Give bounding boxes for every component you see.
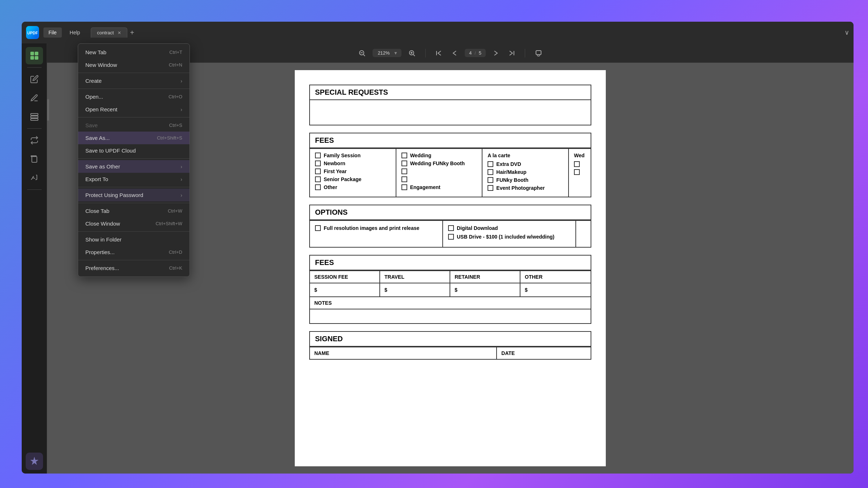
comment-button[interactable] [532, 48, 545, 58]
checkbox[interactable] [574, 161, 580, 167]
last-page-button[interactable] [506, 49, 518, 57]
menu-item-save-shortcut: Ctrl+S [169, 123, 182, 128]
menu-separator-6 [78, 203, 190, 203]
options-col-1: Full resolution images and print release [310, 221, 443, 247]
fees-grid: Family Session Newborn First Year Senior… [309, 148, 591, 197]
checkbox[interactable] [401, 176, 407, 182]
checkbox[interactable] [315, 160, 321, 166]
contract-tab[interactable]: contract ✕ [91, 27, 127, 38]
expand-button[interactable]: ∨ [844, 29, 849, 37]
menu-item-save-as-other[interactable]: Save as Other › [78, 160, 190, 173]
checkbox[interactable] [401, 168, 407, 174]
svg-rect-4 [30, 56, 34, 60]
scroll-handle[interactable] [47, 99, 49, 121]
next-page-button[interactable] [490, 49, 502, 57]
menu-item-create[interactable]: Create › [78, 74, 190, 87]
checkbox[interactable] [315, 225, 321, 231]
fees-item: Event Photographer [488, 185, 563, 191]
checkbox[interactable] [448, 234, 454, 240]
sidebar-item-ai[interactable] [26, 453, 43, 470]
fees2-notes-content [309, 309, 591, 324]
checkbox[interactable] [315, 168, 321, 174]
svg-line-12 [363, 55, 365, 56]
menu-separator-2 [78, 89, 190, 89]
sidebar-item-sign[interactable] [26, 169, 43, 187]
menu-item-protect-password[interactable]: Protect Using Password › [78, 189, 190, 201]
menu-item-open-recent[interactable]: Open Recent › [78, 103, 190, 116]
checkbox[interactable] [315, 176, 321, 182]
options-col-3 [576, 221, 591, 247]
fees-item [574, 161, 586, 167]
checkbox[interactable] [315, 153, 321, 158]
checkbox[interactable] [488, 169, 493, 175]
toolbar-divider-2 [525, 49, 525, 57]
zoom-out-button[interactable] [356, 48, 368, 58]
checkbox[interactable] [315, 184, 321, 190]
menu-item-save-as-other-label: Save as Other [85, 163, 120, 170]
sidebar-item-pages[interactable] [26, 150, 43, 168]
menu-item-create-label: Create [85, 78, 102, 84]
menu-item-save-as-label: Save As... [85, 135, 110, 141]
svg-text:UPDF: UPDF [27, 31, 38, 35]
menu-item-open-shortcut: Ctrl+O [169, 94, 182, 99]
checkbox[interactable] [488, 177, 493, 183]
menu-item-save-as[interactable]: Save As... Ctrl+Shift+S [78, 132, 190, 144]
first-page-button[interactable] [433, 49, 444, 57]
menu-item-close-window[interactable]: Close Window Ctrl+Shift+W [78, 217, 190, 230]
new-tab-button[interactable]: + [127, 29, 137, 37]
menu-item-save-to-cloud[interactable]: Save to UPDF Cloud [78, 144, 190, 157]
menu-item-export-to-arrow: › [180, 176, 182, 182]
checkbox[interactable] [401, 184, 407, 190]
menu-item-show-in-folder[interactable]: Show in Folder [78, 233, 190, 246]
checkbox[interactable] [448, 225, 454, 231]
sidebar-item-view[interactable] [26, 47, 43, 64]
zoom-dropdown-arrow[interactable]: ▼ [393, 51, 398, 56]
menu-item-new-tab[interactable]: New Tab Ctrl+T [78, 46, 190, 59]
sidebar-item-organize[interactable] [26, 108, 43, 125]
checkbox[interactable] [401, 153, 407, 158]
fees2-header-session: SESSION FEE [310, 271, 380, 283]
help-menu-button[interactable]: Help [65, 27, 85, 38]
wedding-funky-booth-label: Wedding FUNky Booth [410, 160, 465, 166]
menu-item-properties[interactable]: Properties... Ctrl+D [78, 246, 190, 258]
fees2-header-retainer: RETAINER [450, 271, 520, 283]
menu-item-new-window[interactable]: New Window Ctrl+N [78, 59, 190, 71]
fees-item: Hair/Makeup [488, 169, 563, 175]
menu-item-preferences-shortcut: Ctrl+K [169, 265, 182, 271]
menu-item-new-window-shortcut: Ctrl+N [169, 62, 182, 68]
fees-item: First Year [315, 168, 391, 174]
menu-item-save-as-shortcut: Ctrl+Shift+S [157, 135, 182, 141]
prev-page-button[interactable] [449, 49, 460, 57]
menu-item-close-window-shortcut: Ctrl+Shift+W [156, 221, 182, 226]
fees2-header: SESSION FEE TRAVEL RETAINER OTHER [309, 270, 591, 283]
page-total: 5 [479, 50, 481, 56]
sidebar-item-convert[interactable] [26, 132, 43, 149]
svg-rect-7 [31, 116, 38, 118]
menu-item-close-tab-label: Close Tab [85, 208, 109, 214]
menu-item-save-as-other-arrow: › [180, 164, 182, 170]
svg-rect-19 [536, 51, 541, 55]
menu-item-preferences[interactable]: Preferences... Ctrl+K [78, 262, 190, 274]
sidebar-item-annotate[interactable] [26, 89, 43, 107]
menu-item-open[interactable]: Open... Ctrl+O [78, 90, 190, 103]
checkbox[interactable] [574, 169, 580, 175]
toolbar-divider-1 [425, 49, 426, 57]
checkbox[interactable] [401, 160, 407, 166]
svg-rect-5 [35, 56, 38, 60]
updf-logo: UPDF [26, 26, 39, 39]
sidebar-item-edit[interactable] [26, 70, 43, 88]
file-menu-button[interactable]: File [43, 27, 62, 38]
zoom-in-button[interactable] [406, 48, 418, 58]
svg-rect-8 [31, 119, 38, 120]
tab-close-button[interactable]: ✕ [118, 30, 121, 35]
menu-item-close-tab[interactable]: Close Tab Ctrl+W [78, 205, 190, 217]
options-section: OPTIONS Full resolution images and print… [309, 205, 591, 248]
checkbox[interactable] [488, 161, 493, 167]
menu-item-protect-password-label: Protect Using Password [85, 192, 143, 198]
menu-separator-7 [78, 231, 190, 232]
menu-item-save-to-cloud-label: Save to UPDF Cloud [85, 147, 136, 154]
checkbox[interactable] [488, 185, 493, 191]
menu-separator-1 [78, 73, 190, 73]
a-la-carte-header: A la carte [488, 153, 563, 158]
menu-item-export-to[interactable]: Export To › [78, 173, 190, 185]
